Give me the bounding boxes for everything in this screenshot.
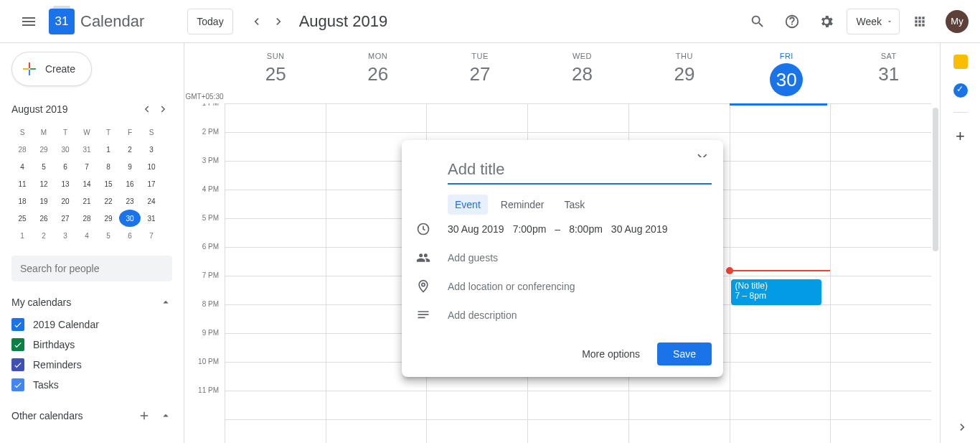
hour-cell[interactable]: [831, 362, 931, 391]
hour-cell[interactable]: [528, 419, 628, 443]
calendar-item[interactable]: Birthdays: [11, 335, 172, 355]
hour-cell[interactable]: [730, 419, 831, 443]
hour-cell[interactable]: [225, 333, 326, 362]
day-header[interactable]: TUE27: [429, 43, 531, 103]
hour-cell[interactable]: [326, 419, 427, 443]
day-header[interactable]: THU29: [633, 43, 735, 103]
hour-cell[interactable]: [831, 304, 931, 333]
next-week-button[interactable]: [268, 10, 291, 33]
hour-cell[interactable]: [831, 132, 931, 161]
mini-day[interactable]: 18: [11, 192, 33, 210]
mini-day[interactable]: 2: [33, 227, 55, 244]
apps-button[interactable]: [905, 7, 934, 36]
mini-day[interactable]: 25: [11, 210, 33, 227]
mini-day[interactable]: 30: [55, 141, 76, 158]
day-column[interactable]: [225, 103, 326, 443]
calendar-checkbox[interactable]: [11, 338, 24, 351]
mini-prev-month[interactable]: [138, 101, 155, 118]
collapse-rail-button[interactable]: [956, 420, 970, 434]
other-calendars-header[interactable]: Other calendars: [11, 409, 172, 422]
mini-day[interactable]: 13: [55, 175, 76, 192]
help-button[interactable]: [778, 7, 806, 36]
calendar-item[interactable]: Reminders: [11, 355, 172, 375]
day-header[interactable]: WED28: [531, 43, 633, 103]
day-column[interactable]: [830, 103, 931, 443]
hour-cell[interactable]: [225, 218, 326, 247]
mini-calendar[interactable]: SMTWTFS282930311234567891011121314151617…: [11, 123, 172, 244]
hour-cell[interactable]: [629, 391, 730, 419]
hour-cell[interactable]: [225, 161, 326, 190]
mini-day[interactable]: 11: [11, 175, 33, 192]
hour-cell[interactable]: [528, 103, 628, 132]
mini-day[interactable]: 8: [98, 158, 119, 175]
end-date[interactable]: 30 Aug 2019: [611, 223, 668, 235]
start-time[interactable]: 7:00pm: [513, 223, 547, 235]
hour-cell[interactable]: [225, 247, 326, 276]
hour-cell[interactable]: [225, 190, 326, 218]
hour-cell[interactable]: [528, 391, 628, 419]
mini-day[interactable]: 9: [119, 158, 141, 175]
hour-cell[interactable]: [225, 276, 326, 304]
calendar-checkbox[interactable]: [11, 378, 24, 391]
hour-cell[interactable]: [831, 333, 931, 362]
calendar-checkbox[interactable]: [11, 318, 24, 331]
keep-addon-icon[interactable]: [953, 55, 968, 69]
mini-day[interactable]: 19: [33, 192, 55, 210]
save-button[interactable]: Save: [657, 342, 712, 365]
day-column[interactable]: [730, 103, 831, 443]
calendar-item[interactable]: Tasks: [11, 375, 172, 395]
mini-day[interactable]: 22: [98, 192, 119, 210]
mini-day[interactable]: 6: [119, 227, 141, 244]
mini-day[interactable]: 4: [76, 227, 98, 244]
hour-cell[interactable]: [730, 132, 831, 161]
mini-day[interactable]: 14: [76, 175, 98, 192]
end-time[interactable]: 8:00pm: [569, 223, 603, 235]
settings-button[interactable]: [812, 7, 841, 36]
event-chip[interactable]: (No title) 7 – 8pm: [731, 279, 822, 305]
mini-day[interactable]: 1: [98, 141, 119, 158]
hour-cell[interactable]: [730, 304, 831, 333]
search-button[interactable]: [743, 7, 772, 36]
mini-day[interactable]: 20: [55, 192, 76, 210]
hour-cell[interactable]: [831, 218, 931, 247]
hour-cell[interactable]: [730, 190, 831, 218]
day-header[interactable]: MON26: [326, 43, 428, 103]
prev-week-button[interactable]: [245, 10, 268, 33]
mini-day[interactable]: 31: [76, 141, 98, 158]
tasks-addon-icon[interactable]: [953, 83, 968, 98]
hour-cell[interactable]: [730, 391, 831, 419]
view-selector[interactable]: Week: [847, 9, 900, 34]
hour-cell[interactable]: [225, 304, 326, 333]
mini-day[interactable]: 4: [11, 158, 33, 175]
hour-cell[interactable]: [730, 247, 831, 276]
hour-cell[interactable]: [831, 247, 931, 276]
hour-cell[interactable]: [427, 103, 527, 132]
mini-day[interactable]: 23: [119, 192, 141, 210]
hour-cell[interactable]: [730, 362, 831, 391]
mini-day[interactable]: 10: [141, 158, 162, 175]
hour-cell[interactable]: [225, 419, 326, 443]
mini-day[interactable]: 6: [55, 158, 76, 175]
hour-cell[interactable]: [225, 103, 326, 132]
mini-day[interactable]: 16: [119, 175, 141, 192]
scrollbar-thumb[interactable]: [933, 108, 938, 251]
hour-cell[interactable]: [730, 161, 831, 190]
mini-day[interactable]: 3: [141, 141, 162, 158]
calendar-item[interactable]: 2019 Calendar: [11, 314, 172, 335]
hour-cell[interactable]: [831, 161, 931, 190]
hour-cell[interactable]: [730, 218, 831, 247]
mini-day[interactable]: 7: [141, 227, 162, 244]
event-title-input[interactable]: [448, 157, 712, 185]
hour-cell[interactable]: [831, 190, 931, 218]
search-people-input[interactable]: [11, 256, 172, 281]
mini-day[interactable]: 26: [33, 210, 55, 227]
hamburger-menu[interactable]: [11, 4, 46, 39]
mini-day[interactable]: 17: [141, 175, 162, 192]
hour-cell[interactable]: [225, 391, 326, 419]
mini-day[interactable]: 27: [55, 210, 76, 227]
hour-cell[interactable]: [326, 103, 427, 132]
mini-day[interactable]: 2: [119, 141, 141, 158]
hour-cell[interactable]: [831, 391, 931, 419]
plus-icon[interactable]: [138, 409, 151, 422]
tab-event[interactable]: Event: [448, 195, 488, 215]
